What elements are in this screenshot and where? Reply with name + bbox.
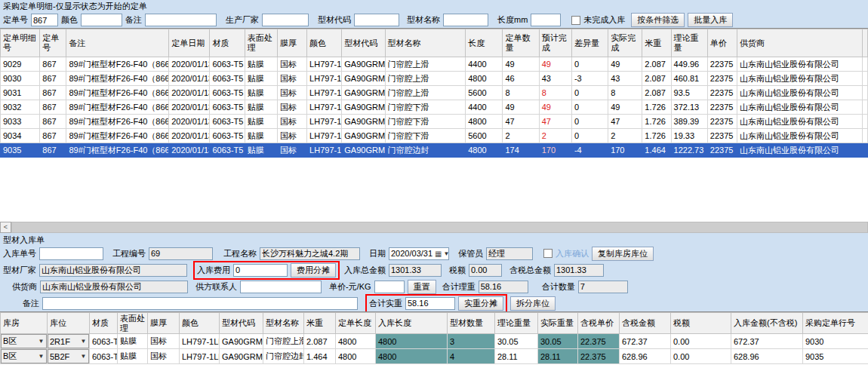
filter-by-condition-button[interactable]: 按条件筛选 [631,13,685,27]
table-cell[interactable]: 贴膜 [245,72,277,86]
keeper-input[interactable] [486,247,533,260]
table-cell[interactable]: LH797-1LL0 [307,72,342,86]
table-cell[interactable]: 628.96 [731,349,803,364]
table-cell[interactable]: GA90GRM04 [342,129,385,143]
table-row[interactable]: 903486789#门框型材F26-F40（866+867）2020/01/13… [1,129,868,143]
fee-share-button[interactable]: 费用分摊 [291,263,336,277]
table-cell[interactable]: 贴膜 [118,349,148,364]
inbound-no-input[interactable] [39,247,103,260]
total-theory-weight-input[interactable] [479,281,528,293]
table-cell[interactable]: 贴膜 [245,100,277,115]
table-cell[interactable]: 国标 [277,100,306,115]
table-cell[interactable]: 2020/01/13 [169,115,210,129]
table-cell[interactable]: 6063-T5 [90,334,118,349]
table-cell[interactable]: 49 [539,100,571,115]
column-header[interactable]: 表面处理 [245,29,277,57]
table-cell[interactable]: 贴膜 [245,143,277,158]
table-cell[interactable]: 46 [503,72,539,86]
table-cell[interactable]: LH797-1LL0 [307,115,342,129]
total-qty-input[interactable] [578,281,628,293]
table-cell[interactable]: 国标 [148,349,180,364]
table-cell[interactable] [862,57,867,72]
column-header[interactable]: 税额 [671,313,731,334]
column-header[interactable]: 供货商 [737,29,863,57]
column-header[interactable]: 预计完成 [539,29,571,57]
table-cell[interactable]: 6063-T5 [210,129,245,143]
scroll-left-icon[interactable]: < [0,222,11,233]
column-header[interactable]: 颜色 [180,313,220,334]
table-cell[interactable]: 山东南山铝业股份有限公司 [737,143,863,158]
date-picker[interactable]: 2020/03/31 ▦ ▼ [389,247,449,260]
table-cell[interactable]: 2 [503,129,539,143]
length-filter-input[interactable] [531,14,561,26]
column-header[interactable]: 定单明细号 [1,29,40,57]
table-row[interactable]: B区▼5B2F▼6063-T5贴膜国标LH797-1LL0GA90GRM05门帘… [1,349,868,364]
column-header[interactable]: 膜厚 [148,313,180,334]
table-row[interactable]: 903186789#门框型材F26-F40（866+867）2020/01/13… [1,86,868,100]
table-cell[interactable]: 1.726 [642,115,671,129]
table-cell[interactable]: 89#门框型材F26-F40（866+867） [66,72,169,86]
table-cell[interactable]: GA90GRM04 [342,100,385,115]
column-header[interactable]: 单价 [707,29,737,57]
column-header[interactable]: 颜色 [307,29,342,57]
table-cell[interactable]: 9032 [1,100,40,115]
table-cell[interactable]: 国标 [277,115,306,129]
table-cell[interactable]: 2R1F▼ [48,334,90,349]
table-cell[interactable]: 0.00 [671,349,731,364]
table-cell[interactable]: 9031 [1,86,40,100]
dropdown-arrow-icon[interactable]: ▼ [36,338,46,345]
table-cell[interactable]: 2.087 [304,334,336,349]
inbound-total-amount-input[interactable] [389,264,442,277]
table-cell[interactable]: 22375 [707,57,737,72]
column-header[interactable]: 入库金额(不含税) [731,313,803,334]
column-header[interactable]: 型材名称 [263,313,304,334]
table-cell[interactable]: 9035 [1,143,40,158]
table-cell[interactable]: 2 [539,129,571,143]
column-header[interactable]: 材质 [90,313,118,334]
table-cell[interactable]: 6063-T5 [90,349,118,364]
table-cell[interactable]: 372.13 [671,100,707,115]
table-cell[interactable]: 2020/01/13 [169,143,210,158]
table-cell[interactable]: 460.81 [671,72,707,86]
table-cell[interactable]: 门帘腔下滑 [385,129,466,143]
table-cell[interactable]: LH797-1LL0 [307,100,342,115]
table-cell[interactable]: 贴膜 [245,115,277,129]
table-cell[interactable]: 2.087 [642,72,671,86]
inbound-fee-input[interactable] [233,264,288,277]
table-cell[interactable]: 8 [539,86,571,100]
table-cell[interactable]: LH797-1LL0 [180,349,220,364]
table-cell[interactable]: 3 [448,334,495,349]
table-cell[interactable]: 贴膜 [245,57,277,72]
table-cell[interactable]: 0 [571,100,608,115]
table-cell[interactable]: B区▼ [1,334,48,349]
table-cell[interactable]: 5600 [466,86,503,100]
table-cell[interactable]: 9034 [1,129,40,143]
color-filter-input[interactable] [81,14,122,26]
table-cell[interactable]: 4800 [376,334,448,349]
table-cell[interactable]: 47 [503,115,539,129]
table-cell[interactable]: 2 [608,129,642,143]
reset-button[interactable]: 重置 [408,280,436,294]
table-row[interactable]: 903086789#门框型材F26-F40（866+867）2020/01/13… [1,72,868,86]
table-cell[interactable]: 0 [571,57,608,72]
batch-inbound-button[interactable]: 批量入库 [688,13,733,27]
table-cell[interactable]: 4800 [376,349,448,364]
table-cell[interactable]: 628.96 [620,349,671,364]
table-cell[interactable]: 2020/01/13 [169,72,210,86]
scrollbar-thumb[interactable] [11,222,868,233]
table-cell[interactable]: 8 [608,86,642,100]
table-cell[interactable]: 89#门框型材F26-F40（866+867） [66,115,169,129]
table-cell[interactable]: 国标 [277,86,306,100]
table-cell[interactable]: LH797-1LL0 [307,129,342,143]
table-row[interactable]: 903386789#门框型材F26-F40（866+867）2020/01/13… [1,115,868,129]
table-cell[interactable]: 9030 [803,334,868,349]
table-cell[interactable]: 9035 [803,349,868,364]
table-cell[interactable]: GA90GRM03 [342,57,385,72]
table-cell[interactable]: 门帘腔上滑 [385,57,466,72]
table-cell[interactable]: LH797-1LL0 [180,334,220,349]
column-header[interactable]: 膜厚 [277,29,306,57]
table-cell[interactable]: 49 [503,57,539,72]
table-cell[interactable]: 672.37 [620,334,671,349]
column-header[interactable]: 定单日期 [169,29,210,57]
table-cell[interactable]: 0 [571,86,608,100]
